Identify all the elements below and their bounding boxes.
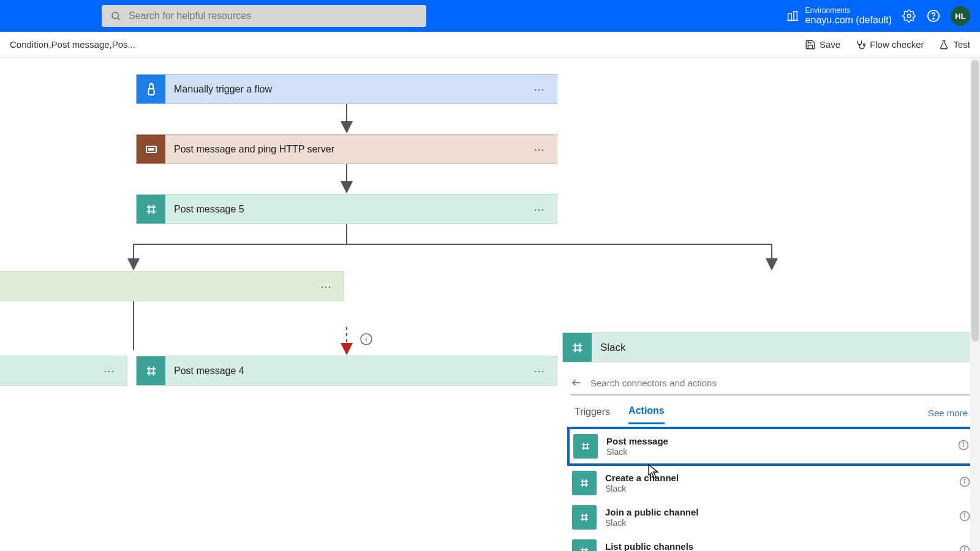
slack-card-pm4[interactable]: Post message 4 ⋯ [136, 356, 557, 386]
slack-card[interactable]: Post message 5 ⋯ [136, 194, 557, 224]
svg-point-19 [151, 83, 152, 84]
stethoscope-icon [855, 39, 866, 50]
scope-icon [137, 135, 165, 163]
card-menu[interactable]: ⋯ [522, 83, 557, 96]
panel-tabs: Triggers Actions See more [562, 395, 980, 424]
svg-rect-3 [793, 12, 797, 21]
trigger-label: Manually trigger a flow [165, 84, 522, 95]
org-icon [786, 9, 799, 23]
scope-card[interactable]: Post message and ping HTTP server ⋯ [136, 134, 557, 164]
action-sub: Slack [605, 484, 679, 493]
info-icon [959, 476, 970, 487]
trigger-card[interactable]: Manually trigger a flow ⋯ [136, 74, 557, 104]
svg-rect-2 [788, 13, 791, 20]
editor-toolbar: Condition,Post message,Pos... Save Flow … [0, 32, 980, 58]
save-icon [805, 39, 816, 50]
flask-icon [938, 39, 949, 50]
action-picker-panel: Slack Triggers Actions See more Post mes… [562, 332, 980, 551]
svg-point-55 [964, 514, 965, 515]
action-row-list-channels[interactable]: List public channelsSlack [568, 534, 974, 551]
flow-checker-label: Flow checker [870, 39, 924, 50]
svg-point-0 [112, 12, 119, 19]
svg-point-48 [964, 479, 965, 481]
environment-label: Environments [805, 7, 892, 15]
svg-rect-21 [148, 148, 154, 151]
card-menu[interactable]: ⋯ [92, 364, 127, 378]
gear-icon [902, 9, 916, 23]
svg-line-1 [118, 18, 119, 20]
card-menu[interactable]: ⋯ [522, 203, 557, 216]
test-button[interactable]: Test [938, 39, 970, 50]
slack-icon [572, 505, 597, 530]
branch-card-empty[interactable]: ⋯ [0, 271, 344, 301]
action-title: Post message [606, 436, 668, 446]
tab-triggers[interactable]: Triggers [575, 403, 610, 424]
info-icon [959, 511, 970, 522]
info-button[interactable] [959, 511, 970, 524]
environment-value: enayu.com (default) [805, 15, 892, 26]
search-icon [110, 10, 121, 21]
tab-actions[interactable]: Actions [628, 402, 665, 424]
svg-point-17 [361, 334, 372, 345]
card-menu[interactable]: ⋯ [309, 280, 344, 293]
slack-icon [572, 539, 597, 551]
slack-icon [572, 471, 597, 495]
scrollbar-thumb[interactable] [971, 60, 979, 342]
flow-canvas[interactable]: i Manually trigger a flow ⋯ Post message… [0, 58, 980, 551]
scope-label: Post message and ping HTTP server [165, 144, 522, 155]
slack-icon [137, 356, 165, 385]
flow-checker-button[interactable]: Flow checker [855, 39, 924, 50]
info-button[interactable] [959, 545, 970, 551]
action-title: Join a public channel [605, 507, 699, 517]
slack-card-offscreen[interactable]: ⋯ [0, 356, 127, 386]
action-row-post-message[interactable]: Post messageSlack [567, 427, 975, 466]
actions-list: Post messageSlack Create a channelSlack … [562, 424, 980, 551]
action-title: List public channels [605, 541, 693, 551]
slack-card-label: Post message 5 [165, 204, 522, 215]
vertical-scrollbar[interactable] [970, 58, 980, 551]
svg-point-62 [964, 548, 965, 549]
action-sub: Slack [606, 447, 668, 457]
back-arrow-icon[interactable] [571, 377, 582, 388]
slack-icon [573, 434, 598, 459]
help-button[interactable] [926, 9, 941, 23]
top-app-bar: Environments enayu.com (default) HL [0, 0, 980, 32]
info-button[interactable] [959, 476, 970, 490]
test-label: Test [953, 39, 970, 50]
action-sub: Slack [605, 518, 699, 528]
slack-icon [137, 195, 165, 223]
slack-card-pm4-label: Post message 4 [165, 365, 522, 377]
panel-search-input[interactable] [589, 377, 971, 389]
settings-button[interactable] [902, 9, 916, 23]
panel-title: Slack [592, 342, 963, 354]
svg-point-41 [963, 443, 964, 444]
touch-icon [137, 75, 165, 103]
card-menu[interactable]: ⋯ [522, 364, 557, 378]
action-title: Create a channel [605, 473, 679, 483]
global-search-input[interactable] [127, 10, 418, 22]
info-icon [959, 545, 970, 551]
svg-point-7 [933, 18, 934, 20]
see-more-link[interactable]: See more [928, 408, 968, 418]
slack-icon [563, 333, 592, 362]
save-button[interactable]: Save [805, 39, 840, 50]
svg-text:i: i [366, 335, 367, 343]
global-search[interactable] [102, 5, 426, 27]
info-button[interactable] [958, 440, 969, 453]
breadcrumb: Condition,Post message,Pos... [10, 39, 805, 50]
save-label: Save [820, 39, 840, 50]
user-avatar[interactable]: HL [951, 6, 970, 26]
action-row-join-channel[interactable]: Join a public channelSlack [568, 500, 974, 534]
info-icon [958, 440, 969, 451]
card-menu[interactable]: ⋯ [522, 143, 557, 156]
help-icon [927, 9, 940, 23]
action-row-create-channel[interactable]: Create a channelSlack [568, 466, 974, 500]
environment-switcher[interactable]: Environments enayu.com (default) [786, 7, 892, 26]
panel-header[interactable]: Slack [562, 332, 980, 362]
svg-point-8 [864, 43, 865, 45]
panel-search[interactable] [571, 371, 971, 395]
svg-point-5 [907, 14, 911, 18]
